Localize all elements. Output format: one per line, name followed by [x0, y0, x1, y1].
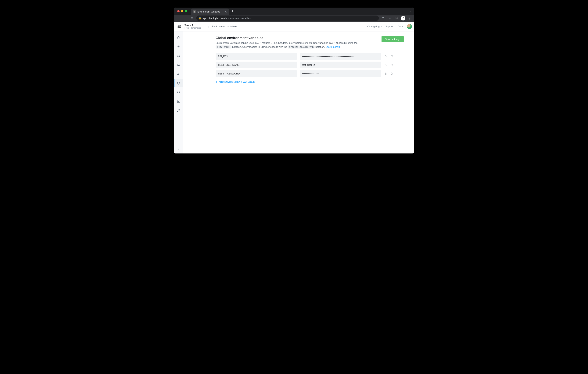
code-sample-browser: process.env.MY_VAR — [288, 45, 315, 49]
address-bar[interactable]: 🔒 app.checklyhq.com/environment-variable… — [196, 16, 379, 21]
main-content: Global environment variables Environment… — [183, 32, 414, 153]
page-description: Environment variables can be used in API… — [216, 41, 361, 49]
lock-icon — [384, 64, 387, 66]
window-zoom-icon[interactable] — [185, 10, 187, 12]
svg-rect-12 — [385, 74, 386, 75]
variable-row — [216, 70, 404, 77]
variable-row — [216, 53, 404, 60]
variable-value-input[interactable] — [300, 53, 381, 60]
svg-rect-1 — [396, 17, 398, 19]
docs-link[interactable]: Docs — [398, 25, 403, 28]
bell-icon — [177, 54, 180, 57]
lock-icon — [384, 55, 387, 58]
sidebar-item-maintenance[interactable] — [174, 70, 183, 78]
app-header: 🦝 Team-1 Free - 4 members ⌄ / Environmen… — [174, 21, 414, 32]
wrench-icon — [177, 72, 180, 75]
sidebar-item-launch[interactable] — [174, 106, 183, 114]
delete-variable-button[interactable] — [390, 72, 393, 75]
browser-tab[interactable]: 🦝 Environment variables ✕ — [191, 9, 229, 15]
browser-profile-icon[interactable] — [401, 16, 405, 21]
app: 🦝 Team-1 Free - 4 members ⌄ / Environmen… — [174, 21, 414, 153]
back-button[interactable]: ← — [176, 16, 181, 20]
learn-more-link[interactable]: Learn more⧉ — [326, 45, 340, 48]
external-link-icon: ⧉ — [338, 46, 340, 48]
lock-icon: 🔒 — [199, 17, 201, 20]
sidebar-item-activity[interactable] — [174, 43, 183, 51]
sidebar-item-env-vars[interactable] — [174, 79, 183, 87]
window-minimize-icon[interactable] — [181, 10, 183, 12]
breadcrumb-current: Environment variables — [212, 25, 237, 28]
chevron-down-icon: ⌄ — [204, 25, 206, 28]
url-host: app.checklyhq.com — [203, 17, 225, 20]
svg-rect-4 — [177, 64, 180, 65]
tab-favicon-icon: 🦝 — [193, 10, 196, 13]
sidebar-expand-button[interactable] — [174, 145, 183, 153]
bookmark-icon[interactable]: ☆ — [387, 16, 392, 20]
monitor-icon — [177, 63, 180, 66]
new-tab-button[interactable]: + — [231, 9, 234, 13]
add-variable-label: ADD ENVIRONMENT VARIABLE — [219, 81, 255, 83]
page-title: Global environment variables — [216, 36, 377, 40]
lock-variable-button[interactable] — [384, 64, 387, 66]
variable-row — [216, 62, 404, 68]
forward-button[interactable]: → — [183, 16, 188, 20]
variables-list — [216, 53, 404, 77]
sidebar — [174, 32, 183, 153]
trash-icon — [390, 64, 393, 66]
globe-icon — [177, 82, 180, 85]
variable-key-input[interactable] — [216, 53, 297, 60]
delete-variable-button[interactable] — [390, 64, 393, 66]
tabs-dropdown-icon[interactable]: ⌄ — [410, 10, 412, 13]
changelog-link[interactable]: Changelog — [367, 25, 382, 28]
tab-title: Environment variables — [197, 11, 220, 13]
save-settings-button[interactable]: Save settings — [381, 36, 404, 42]
variable-value-input[interactable] — [300, 70, 381, 77]
lock-variable-button[interactable] — [384, 55, 387, 58]
code-icon — [177, 91, 180, 94]
trash-icon — [390, 72, 393, 75]
svg-rect-11 — [385, 65, 386, 66]
sidebar-item-home[interactable] — [174, 33, 183, 42]
delete-variable-button[interactable] — [390, 55, 393, 58]
browser-menu-icon[interactable]: ⋮ — [407, 16, 412, 20]
svg-point-3 — [403, 17, 404, 18]
page-header: Global environment variables Environment… — [216, 36, 404, 49]
sidebar-item-dashboards[interactable] — [174, 61, 183, 69]
share-icon[interactable] — [380, 16, 386, 20]
team-name: Team-1 — [185, 24, 201, 27]
lock-variable-button[interactable] — [384, 72, 387, 75]
team-subtitle: Free - 4 members — [185, 27, 201, 29]
app-logo-icon[interactable]: 🦝 — [177, 24, 182, 29]
user-avatar[interactable] — [407, 24, 412, 29]
trash-icon — [390, 55, 393, 58]
sidebar-item-code[interactable] — [174, 88, 183, 96]
svg-rect-0 — [382, 18, 384, 19]
url-path: /environment-variables — [225, 17, 251, 20]
sidebar-item-alerts[interactable] — [174, 52, 183, 60]
add-variable-button[interactable]: + ADD ENVIRONMENT VARIABLE — [216, 80, 255, 84]
reload-button[interactable]: ⟳ — [189, 16, 195, 20]
support-link[interactable]: Support — [385, 25, 394, 28]
variable-key-input[interactable] — [216, 62, 297, 68]
changelog-indicator-icon — [381, 26, 382, 27]
breadcrumb-separator: / — [208, 25, 209, 28]
app-body: Global environment variables Environment… — [174, 32, 414, 153]
code-sample-api: {{MY_VAR}} — [216, 45, 231, 49]
panel-icon[interactable] — [394, 16, 399, 20]
svg-rect-10 — [385, 56, 386, 57]
team-switcher[interactable]: Team-1 Free - 4 members ⌄ — [185, 24, 206, 29]
browser-tab-strip: 🦝 Environment variables ✕ + ⌄ — [174, 8, 414, 15]
sidebar-item-reporting[interactable] — [174, 97, 183, 105]
window-close-icon[interactable] — [177, 10, 179, 12]
browser-window: 🦝 Environment variables ✕ + ⌄ ← → ⟳ 🔒 ap… — [174, 8, 414, 153]
tab-close-icon[interactable]: ✕ — [225, 10, 227, 13]
chevron-right-icon — [177, 148, 180, 151]
plus-icon: + — [216, 81, 218, 84]
home-icon — [177, 36, 180, 39]
variable-value-input[interactable] — [300, 62, 381, 68]
variable-key-input[interactable] — [216, 70, 297, 77]
rocket-icon — [177, 109, 180, 112]
lock-icon — [384, 72, 387, 75]
chart-icon — [177, 100, 180, 103]
browser-toolbar: ← → ⟳ 🔒 app.checklyhq.com/environment-va… — [174, 15, 414, 21]
